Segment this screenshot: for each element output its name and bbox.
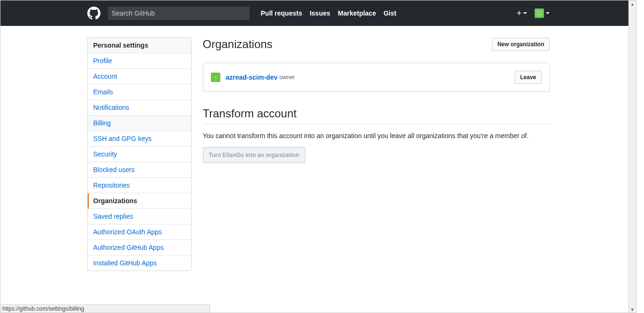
organizations-list: azread-scim-dev owner Leave (203, 63, 550, 92)
sidebar-item-blocked-users[interactable]: Blocked users (88, 162, 191, 178)
sidebar-item-organizations[interactable]: Organizations (88, 193, 191, 209)
page-title: Organizations (203, 37, 273, 51)
sidebar-item-installed-github-apps[interactable]: Installed GitHub Apps (88, 255, 191, 271)
header: Pull requests Issues Marketplace Gist + (0, 0, 636, 26)
sidebar-heading: Personal settings (88, 38, 191, 53)
nav-issues[interactable]: Issues (309, 9, 330, 17)
transform-description: You cannot transform this account into a… (203, 132, 550, 140)
header-nav: Pull requests Issues Marketplace Gist (261, 9, 397, 17)
caret-down-icon (546, 12, 550, 14)
organization-row: azread-scim-dev owner Leave (203, 63, 549, 91)
transform-heading: Transform account (203, 107, 550, 124)
caret-down-icon (523, 12, 527, 14)
sidebar-item-profile[interactable]: Profile (88, 53, 191, 69)
transform-account-button: Turn EllanGu into an organization (203, 147, 306, 163)
sidebar-item-authorized-oauth-apps[interactable]: Authorized OAuth Apps (88, 224, 191, 240)
github-logo[interactable] (87, 7, 100, 20)
status-bar: https://github.com/settings/billing (0, 305, 210, 313)
sidebar-item-notifications[interactable]: Notifications (88, 100, 191, 115)
organization-link[interactable]: azread-scim-dev (226, 74, 278, 81)
nav-gist[interactable]: Gist (384, 9, 396, 17)
sidebar-item-repositories[interactable]: Repositories (88, 178, 191, 193)
vertical-scrollbar[interactable]: ▲ ▼ (628, 0, 636, 313)
sidebar-item-security[interactable]: Security (88, 147, 191, 162)
main-content: Organizations New organization azread-sc… (203, 37, 550, 271)
user-menu[interactable] (535, 8, 550, 18)
new-dropdown[interactable]: + (517, 8, 527, 18)
organization-role: owner (279, 74, 295, 81)
new-organization-button[interactable]: New organization (492, 38, 549, 51)
scroll-up-icon[interactable]: ▲ (629, 0, 636, 8)
sidebar-item-saved-replies[interactable]: Saved replies (88, 209, 191, 224)
sidebar-item-authorized-github-apps[interactable]: Authorized GitHub Apps (88, 240, 191, 255)
sidebar-item-billing[interactable]: Billing (88, 115, 191, 131)
avatar-icon (535, 8, 544, 18)
sidebar-item-account[interactable]: Account (88, 69, 191, 84)
search-input[interactable] (108, 7, 250, 20)
leave-organization-button[interactable]: Leave (515, 71, 541, 84)
settings-sidebar: Personal settings Profile Account Emails… (87, 37, 192, 271)
nav-pull-requests[interactable]: Pull requests (261, 9, 302, 17)
org-avatar-icon (211, 73, 220, 82)
sidebar-item-ssh-gpg-keys[interactable]: SSH and GPG keys (88, 131, 191, 147)
plus-icon: + (517, 8, 522, 18)
nav-marketplace[interactable]: Marketplace (338, 9, 376, 17)
scroll-down-icon[interactable]: ▼ (629, 306, 636, 313)
sidebar-item-emails[interactable]: Emails (88, 84, 191, 100)
